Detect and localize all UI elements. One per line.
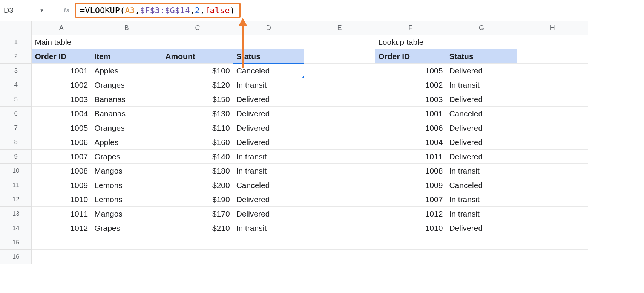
cell[interactable]: Lemons bbox=[91, 178, 162, 192]
cell[interactable]: Delivered bbox=[446, 64, 517, 78]
cell[interactable] bbox=[517, 35, 588, 49]
cell[interactable]: In transit bbox=[233, 150, 304, 164]
cell[interactable] bbox=[233, 235, 304, 250]
cell[interactable] bbox=[517, 92, 588, 107]
cell[interactable] bbox=[517, 207, 588, 221]
cell[interactable] bbox=[517, 64, 588, 78]
cell[interactable]: Mangos bbox=[91, 207, 162, 221]
cell[interactable]: Delivered bbox=[233, 207, 304, 221]
cell[interactable]: In transit bbox=[446, 78, 517, 92]
cell[interactable]: 1005 bbox=[32, 121, 91, 135]
cell[interactable]: 1001 bbox=[375, 107, 446, 121]
col-header-A[interactable]: A bbox=[32, 21, 91, 35]
cell[interactable]: Bananas bbox=[91, 92, 162, 107]
row-header[interactable]: 11 bbox=[0, 178, 32, 192]
cell[interactable] bbox=[304, 221, 375, 235]
cell[interactable]: Grapes bbox=[91, 150, 162, 164]
cell[interactable]: Amount bbox=[162, 49, 233, 64]
cell[interactable] bbox=[304, 192, 375, 207]
cell[interactable]: Item bbox=[91, 49, 162, 64]
cell[interactable]: Apples bbox=[91, 135, 162, 150]
cell[interactable]: Main table bbox=[32, 35, 91, 49]
cell[interactable]: In transit bbox=[233, 164, 304, 178]
fx-icon[interactable]: fx bbox=[64, 6, 70, 14]
cell[interactable] bbox=[91, 250, 162, 264]
cell[interactable]: Bananas bbox=[91, 107, 162, 121]
cell[interactable]: 1010 bbox=[32, 192, 91, 207]
cell[interactable] bbox=[91, 35, 162, 49]
col-header-H[interactable]: H bbox=[517, 21, 588, 35]
cell[interactable]: Delivered bbox=[446, 150, 517, 164]
row-header[interactable]: 2 bbox=[0, 49, 32, 64]
formula-input[interactable]: =VLOOKUP(A3,$F$3:$G$14,2,false) bbox=[75, 3, 241, 18]
cell[interactable]: In transit bbox=[446, 164, 517, 178]
cell[interactable]: 1009 bbox=[32, 178, 91, 192]
cell[interactable] bbox=[517, 121, 588, 135]
col-header-D[interactable]: D bbox=[233, 21, 304, 35]
cell[interactable]: Order ID bbox=[375, 49, 446, 64]
cell[interactable]: Canceled bbox=[446, 107, 517, 121]
cell[interactable] bbox=[304, 164, 375, 178]
row-header[interactable]: 6 bbox=[0, 107, 32, 121]
row-header[interactable]: 7 bbox=[0, 121, 32, 135]
cell[interactable] bbox=[517, 78, 588, 92]
cell[interactable]: In transit bbox=[446, 192, 517, 207]
cell[interactable] bbox=[304, 49, 375, 64]
cell[interactable]: 1007 bbox=[375, 192, 446, 207]
cell[interactable] bbox=[517, 235, 588, 250]
row-header[interactable]: 13 bbox=[0, 207, 32, 221]
cell[interactable]: 1005 bbox=[375, 64, 446, 78]
cell[interactable] bbox=[304, 250, 375, 264]
cell[interactable]: 1006 bbox=[32, 135, 91, 150]
row-header[interactable]: 14 bbox=[0, 221, 32, 235]
cell[interactable]: 1011 bbox=[32, 207, 91, 221]
cell[interactable]: $180 bbox=[162, 164, 233, 178]
cell[interactable] bbox=[162, 235, 233, 250]
cell[interactable]: In transit bbox=[446, 207, 517, 221]
cell[interactable] bbox=[517, 49, 588, 64]
cell[interactable]: 1009 bbox=[375, 178, 446, 192]
cell[interactable]: Order ID bbox=[32, 49, 91, 64]
cell[interactable] bbox=[517, 221, 588, 235]
cell[interactable]: 1002 bbox=[375, 78, 446, 92]
cell[interactable]: 1002 bbox=[32, 78, 91, 92]
cell[interactable]: $200 bbox=[162, 178, 233, 192]
cell[interactable]: 1008 bbox=[32, 164, 91, 178]
cell[interactable] bbox=[304, 178, 375, 192]
cell[interactable] bbox=[517, 164, 588, 178]
cell[interactable] bbox=[304, 78, 375, 92]
cell[interactable] bbox=[517, 250, 588, 264]
cell[interactable] bbox=[91, 235, 162, 250]
cell[interactable]: Delivered bbox=[233, 192, 304, 207]
cell[interactable]: 1008 bbox=[375, 164, 446, 178]
cell[interactable] bbox=[517, 192, 588, 207]
cell[interactable]: Lemons bbox=[91, 192, 162, 207]
col-header-F[interactable]: F bbox=[375, 21, 446, 35]
cell[interactable] bbox=[233, 250, 304, 264]
row-header[interactable]: 5 bbox=[0, 92, 32, 107]
cell[interactable]: In transit bbox=[233, 78, 304, 92]
cell[interactable]: Oranges bbox=[91, 78, 162, 92]
cell[interactable]: Delivered bbox=[446, 221, 517, 235]
cell[interactable]: 1012 bbox=[32, 221, 91, 235]
cell[interactable] bbox=[233, 35, 304, 49]
cell[interactable] bbox=[304, 92, 375, 107]
cell[interactable]: $120 bbox=[162, 78, 233, 92]
cell[interactable]: Canceled bbox=[233, 178, 304, 192]
spreadsheet-grid[interactable]: A B C D E F G H 1 Main table Lookup tabl… bbox=[0, 21, 588, 264]
cell[interactable] bbox=[304, 107, 375, 121]
cell[interactable]: $190 bbox=[162, 192, 233, 207]
cell[interactable] bbox=[375, 235, 446, 250]
cell[interactable] bbox=[375, 250, 446, 264]
cell[interactable]: $210 bbox=[162, 221, 233, 235]
cell[interactable] bbox=[304, 150, 375, 164]
cell[interactable]: Mangos bbox=[91, 164, 162, 178]
cell[interactable] bbox=[446, 35, 517, 49]
cell[interactable]: Delivered bbox=[233, 92, 304, 107]
cell[interactable] bbox=[32, 250, 91, 264]
cell[interactable]: 1003 bbox=[32, 92, 91, 107]
col-header-B[interactable]: B bbox=[91, 21, 162, 35]
cell[interactable]: Oranges bbox=[91, 121, 162, 135]
cell[interactable]: Delivered bbox=[233, 121, 304, 135]
row-header[interactable]: 3 bbox=[0, 64, 32, 78]
